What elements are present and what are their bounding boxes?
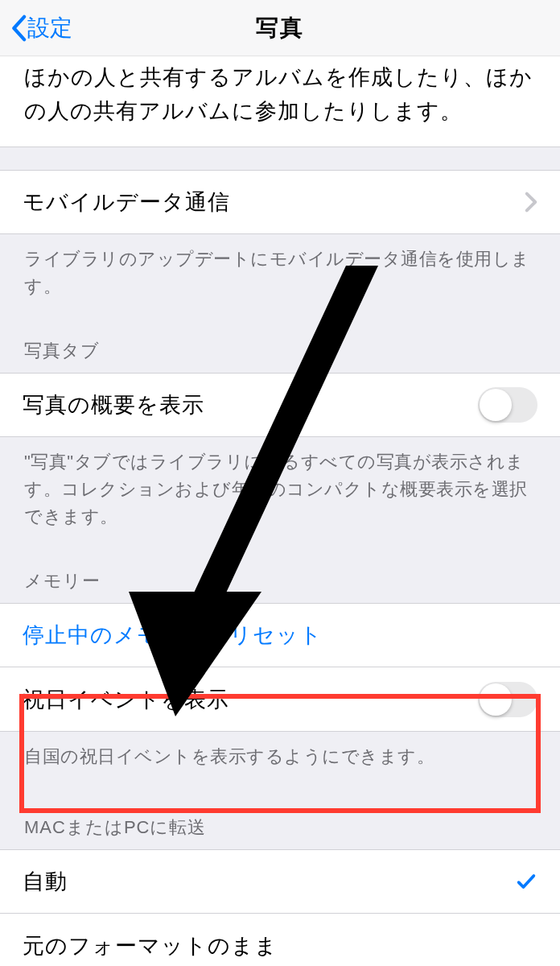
reset-memories-cell[interactable]: 停止中のメモリーをリセット [0, 603, 560, 667]
summarize-photos-switch[interactable] [478, 387, 537, 423]
checkmark-icon [515, 870, 537, 893]
transfer-auto-cell[interactable]: 自動 [0, 849, 560, 914]
shared-albums-trailing-text: ほかの人と共有するアルバムを作成したり、ほかの人の共有アルバムに参加したりします… [0, 56, 560, 147]
back-label: 設定 [27, 13, 72, 43]
photos-tab-desc: "写真"タブではライブラリにあるすべての写真が表示されます。コレクションおよび年… [0, 437, 560, 547]
back-button[interactable]: 設定 [10, 13, 72, 43]
photos-tab-header: 写真タブ [0, 316, 560, 373]
transfer-original-cell[interactable]: 元のフォーマットのまま [0, 914, 560, 966]
memories-header: メモリー [0, 547, 560, 603]
reset-memories-label: 停止中のメモリーをリセット [23, 621, 537, 650]
cellular-data-cell[interactable]: モバイルデータ通信 [0, 170, 560, 234]
transfer-header: MACまたはPCに転送 [0, 786, 560, 849]
transfer-original-label: 元のフォーマットのまま [23, 931, 537, 960]
memories-desc: 自国の祝日イベントを表示するようにできます。 [0, 732, 560, 786]
cellular-data-desc: ライブラリのアップデートにモバイルデータ通信を使用します。 [0, 234, 560, 316]
cellular-data-label: モバイルデータ通信 [23, 188, 525, 217]
chevron-left-icon [10, 14, 27, 42]
chevron-right-icon [525, 192, 537, 213]
nav-bar: 設定 写真 [0, 0, 560, 56]
page-title: 写真 [256, 13, 304, 43]
summarize-photos-label: 写真の概要を表示 [23, 390, 478, 419]
summarize-photos-cell[interactable]: 写真の概要を表示 [0, 373, 560, 437]
transfer-auto-label: 自動 [23, 867, 515, 896]
holiday-events-switch[interactable] [478, 682, 537, 717]
holiday-events-cell[interactable]: 祝日イベントを表示 [0, 667, 560, 732]
holiday-events-label: 祝日イベントを表示 [23, 685, 478, 714]
